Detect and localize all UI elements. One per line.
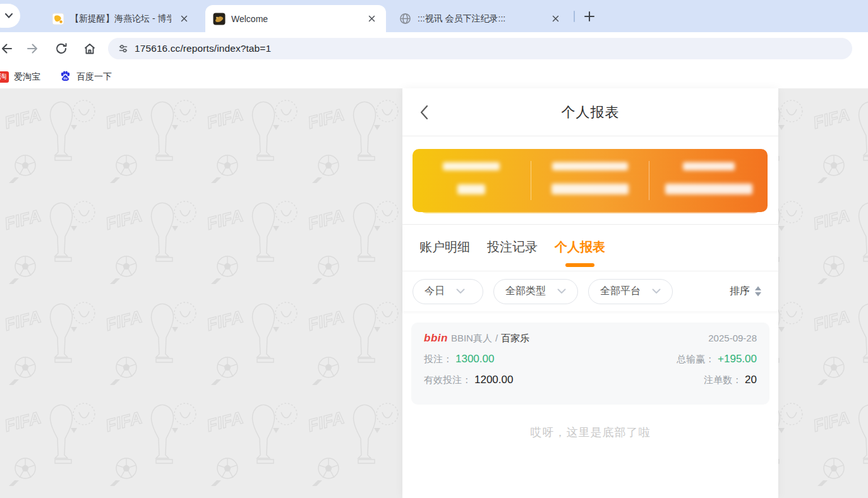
close-tab-icon[interactable] [548,12,562,26]
sort-label: 排序 [730,285,750,298]
game-name: 百家乐 [501,333,529,345]
tab-bet-records[interactable]: 投注记录 [487,239,538,257]
report-panel: 个人报表 [402,88,778,498]
plus-icon [584,11,595,22]
separator: / [495,333,498,343]
tab-personal-report[interactable]: 个人报表 [555,239,605,257]
reload-icon [54,42,68,56]
bookmarks-bar: 淘 爱淘宝 du 百度一下 [0,65,868,88]
back-button[interactable] [0,38,17,59]
new-tab-button[interactable] [581,8,598,25]
bookmark-taobao[interactable]: 淘 爱淘宝 [1,71,40,83]
summary-column [531,149,649,212]
browser-tab-forum[interactable]: 【新提醒】海燕论坛 - 博学交流 [20,5,198,32]
redacted-label [552,162,628,170]
browser-window: 【新提醒】海燕论坛 - 博学交流 Welcome :::视讯 会员下注纪录::: [0,0,868,498]
bet-value: 1300.00 [455,353,494,365]
summary-column [413,149,531,212]
valid-bet-label: 有效投注： [424,374,471,386]
redacted-value [457,184,485,194]
chevron-down-icon [557,288,566,294]
active-tab-underline [565,263,594,267]
bookmark-label: 爱淘宝 [14,71,40,83]
forum-favicon-icon [52,13,64,25]
tab-title: Welcome [231,14,359,24]
tab-title: :::视讯 会员下注纪录::: [418,13,543,25]
report-nav-tabs: 账户明细 投注记录 个人报表 [402,225,778,271]
report-record-card[interactable]: bbin BBIN真人 / 百家乐 2025-09-28 投注： 1300.00… [411,323,769,405]
browser-toolbar: 175616.cc/reports/index?tab=1 [0,32,868,65]
site-settings-icon [118,44,128,54]
date-range-value: 今日 [425,285,445,298]
tab-label: 个人报表 [555,240,605,254]
svg-text:du: du [63,76,67,80]
winloss-value: +195.00 [718,353,757,365]
page-content: FIFA [0,88,868,498]
chevron-left-icon [420,105,428,120]
date-range-select[interactable]: 今日 [413,279,483,304]
bet-label: 投注： [424,353,452,365]
platform-value: 全部平台 [600,285,641,298]
page-title: 个人报表 [562,103,620,122]
redacted-label [683,162,735,170]
home-button[interactable] [79,38,100,59]
taobao-icon: 淘 [0,71,9,83]
record-date: 2025-09-28 [708,333,757,343]
reload-button[interactable] [51,38,72,59]
filter-bar: 今日 全部类型 全部平台 排序 [402,271,778,311]
bookmark-label: 百度一下 [76,71,112,83]
tab-strip: 【新提醒】海燕论坛 - 博学交流 Welcome :::视讯 会员下注纪录::: [0,0,868,32]
game-type-select[interactable]: 全部类型 [493,279,578,304]
redacted-value [665,184,752,194]
sort-arrows-icon [754,286,762,297]
redacted-value [552,184,629,194]
chevron-down-icon [5,13,13,18]
close-tab-icon[interactable] [365,12,378,26]
redacted-label [443,162,500,170]
bookmark-baidu[interactable]: du 百度一下 [59,70,112,84]
record-bet-row: 投注： 1300.00 总输赢： +195.00 [424,353,757,365]
record-title-row: bbin BBIN真人 / 百家乐 2025-09-28 [424,332,757,345]
summary-card [413,149,768,212]
summary-column [649,149,768,212]
valid-bet-value: 1200.00 [474,374,513,386]
globe-favicon-icon [399,13,412,25]
back-arrow-icon [0,42,13,56]
tab-divider [574,11,575,22]
welcome-favicon-icon [213,13,226,25]
summary-section [402,136,778,225]
sort-button[interactable]: 排序 [730,285,762,298]
provider-name: BBIN真人 [451,333,492,345]
bottom-hint-text: 哎呀，这里是底部了啦 [402,425,778,440]
browser-tab-welcome[interactable]: Welcome [205,5,386,32]
game-type-value: 全部类型 [505,285,546,298]
forward-arrow-icon [26,42,40,56]
browser-tab-records[interactable]: :::视讯 会员下注纪录::: [392,5,570,32]
forward-button[interactable] [22,38,44,59]
back-chevron-button[interactable] [420,105,430,120]
url-text: 175616.cc/reports/index?tab=1 [135,43,271,54]
orders-value: 20 [745,374,757,386]
bbin-logo: bbin [424,332,448,345]
tab-account-details[interactable]: 账户明细 [419,239,470,257]
home-icon [83,42,97,56]
tab-title: 【新提醒】海燕论坛 - 博学交流 [70,13,171,25]
tab-list-button[interactable] [0,4,20,28]
baidu-paw-icon: du [59,70,71,84]
winloss-label: 总输赢： [677,353,714,365]
orders-label: 注单数： [704,374,742,386]
chevron-down-icon [456,288,465,294]
chevron-down-icon [652,288,661,294]
record-valid-row: 有效投注： 1200.00 注单数： 20 [424,374,757,386]
address-bar[interactable]: 175616.cc/reports/index?tab=1 [108,38,852,59]
platform-select[interactable]: 全部平台 [588,279,673,304]
close-tab-icon[interactable] [177,12,191,26]
report-header: 个人报表 [402,88,778,136]
